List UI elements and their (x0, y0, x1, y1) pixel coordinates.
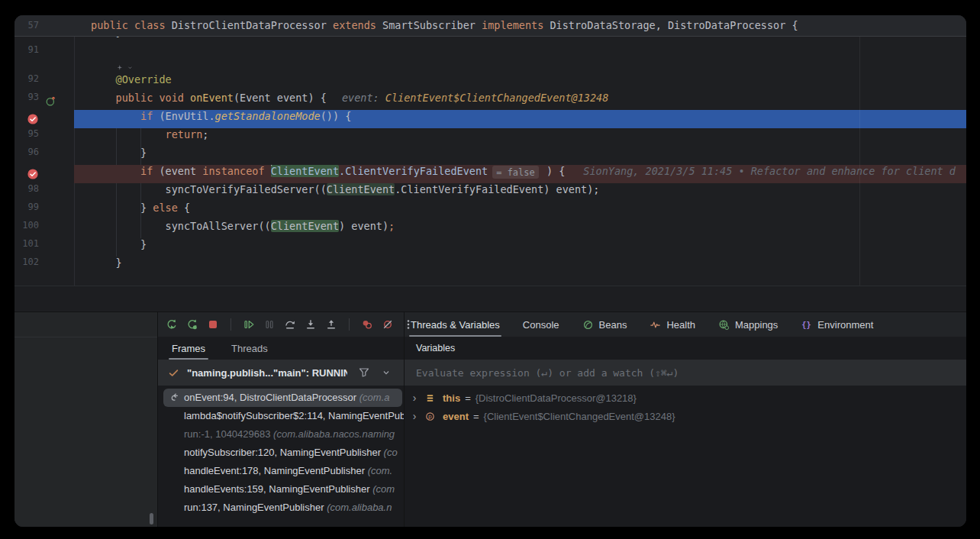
code-line-92[interactable]: 92@Override (15, 73, 966, 92)
line-number[interactable]: 95 (15, 128, 39, 139)
code-line-97[interactable]: if (event instanceof ClientEvent.ClientV… (15, 165, 966, 183)
tab-mappings[interactable]: Mappings (717, 312, 779, 337)
line-number[interactable]: 102 (15, 257, 39, 267)
code-line-98[interactable]: 98syncToVerifyFailedServer((ClientEvent.… (15, 183, 966, 202)
step-out-icon[interactable] (325, 318, 337, 331)
editor-bottom-gap (15, 286, 966, 312)
return-arrow-icon (169, 392, 181, 404)
overrides-method-icon[interactable] (45, 95, 57, 107)
view-breakpoints-icon[interactable] (361, 318, 373, 331)
code-token: } (116, 257, 122, 269)
code-lines[interactable]: 90}9192@Override93public void onEvent(Ev… (15, 26, 966, 275)
tab-label: Environment (817, 319, 873, 331)
tab-health[interactable]: Health (648, 312, 697, 337)
evaluate-expression-input[interactable]: Evaluate expression (↵) or add a watch (… (405, 360, 966, 386)
stack-frame-row[interactable]: handleEvents:159, NamingEventPublisher (… (158, 480, 404, 499)
ai-inlay-options-icon[interactable] (116, 63, 134, 73)
frame-package: (com. (368, 465, 393, 476)
code-token: (event (159, 165, 202, 177)
frame-package: (com (372, 483, 395, 495)
tab-threads-variables[interactable]: Threads & Variables (409, 312, 501, 337)
line-number[interactable]: 101 (15, 238, 39, 249)
sticky-header-line[interactable]: 57 public class DistroClientDataProcesso… (15, 15, 966, 37)
line-number[interactable]: 99 (15, 202, 39, 212)
code-token: { (178, 202, 190, 214)
code-text: } else { (15, 202, 966, 214)
code-line-96[interactable]: 96} (15, 147, 966, 165)
toolbar-separator (349, 318, 350, 331)
variable-name: this (443, 392, 460, 404)
variable-row[interactable]: ›this={DistroClientDataProcessor@13218} (405, 389, 966, 407)
line-number[interactable]: 92 (15, 73, 39, 84)
code-line-102[interactable]: 102} (15, 257, 966, 275)
stop-icon[interactable] (207, 318, 219, 331)
parameter-hint-label: event: (327, 92, 385, 104)
code-token: ClientEvent (271, 220, 339, 232)
variables-list: ›this={DistroClientDataProcessor@13218}›… (405, 389, 966, 425)
code-token: ; (202, 128, 208, 140)
breakpoint-icon[interactable] (27, 168, 39, 180)
toolbar-separator (230, 318, 231, 331)
stack-frame-row[interactable]: run:137, NamingEventPublisher (com.aliba… (158, 499, 404, 517)
step-into-icon[interactable] (305, 318, 317, 331)
code-line-91[interactable]: 91 (15, 44, 966, 63)
code-text: public void onEvent(Event event) {event:… (15, 92, 966, 104)
code-token: extends (333, 19, 382, 31)
code-line-94[interactable]: if (EnvUtil.getStandaloneMode()) { (15, 110, 966, 128)
inline-hint-chip: = false (492, 166, 539, 179)
scrollbar-thumb[interactable] (150, 513, 153, 524)
thread-selector[interactable]: "naming.publish..."main": RUNNING (158, 360, 404, 386)
code-inlay-row (15, 63, 966, 73)
line-number[interactable]: 93 (15, 92, 39, 102)
variable-value: {DistroClientDataProcessor@13218} (475, 392, 637, 404)
expand-chevron-icon[interactable]: › (405, 392, 424, 404)
stack-frame-row[interactable]: notifySubscriber:120, NamingEventPublish… (158, 444, 404, 462)
stack-frame-row[interactable]: lambda$notifySubscriber$2:114, NamingEve… (158, 407, 404, 425)
line-number[interactable]: 91 (15, 44, 39, 55)
mappings-icon (718, 319, 730, 331)
step-over-icon[interactable] (284, 318, 296, 331)
expand-chevron-icon[interactable]: › (405, 410, 424, 422)
code-text: return; (15, 128, 966, 140)
tab-console[interactable]: Console (521, 312, 561, 337)
code-token: .ClientVerifyFailedEvent (339, 165, 488, 177)
chevron-down-icon[interactable] (381, 367, 392, 378)
code-text: } (15, 257, 966, 269)
code-line-95[interactable]: 95return; (15, 128, 966, 147)
variable-name: event (443, 411, 469, 422)
code-editor[interactable]: 90}9192@Override93public void onEvent(Ev… (15, 15, 966, 286)
code-line-101[interactable]: 101} (15, 238, 966, 257)
beans-icon (582, 319, 594, 331)
stack-frame-row[interactable]: run:-1, 1040429683 (com.alibaba.nacos.na… (158, 425, 404, 444)
breakpoint-icon[interactable] (27, 113, 39, 125)
line-number[interactable]: 100 (15, 220, 39, 231)
tab-label: Beans (599, 319, 627, 331)
line-number[interactable]: 98 (15, 183, 39, 194)
tab-threads[interactable]: Threads (228, 337, 271, 360)
code-token: (Event event) { (234, 92, 327, 104)
code-line-99[interactable]: 99} else { (15, 202, 966, 220)
desktop-background: 90}9192@Override93public void onEvent(Ev… (0, 0, 980, 539)
tab-environment[interactable]: {}Environment (799, 312, 875, 337)
frame-package: (com.a (359, 392, 390, 403)
rerun-debug-icon[interactable] (186, 318, 198, 331)
code-line-100[interactable]: 100syncToAllServer((ClientEvent) event); (15, 220, 966, 238)
tab-beans[interactable]: Beans (581, 312, 629, 337)
stack-frame-row[interactable]: onEvent:94, DistroClientDataProcessor (c… (163, 389, 402, 407)
tab-label: Frames (172, 343, 205, 354)
sticky-line-number: 57 (15, 15, 39, 36)
code-line-93[interactable]: 93public void onEvent(Event event) {even… (15, 92, 966, 110)
code-token: else (153, 202, 178, 214)
stack-frame-row[interactable]: handleEvent:178, NamingEventPublisher (c… (158, 462, 404, 480)
mute-breakpoints-icon[interactable] (382, 318, 394, 331)
pause-icon[interactable] (263, 318, 276, 331)
frames-threads-tabs: FramesThreads (158, 337, 404, 360)
variable-row[interactable]: ›pevent={ClientEvent$ClientChangedEvent@… (405, 407, 966, 425)
tab-label: Threads & Variables (411, 319, 500, 331)
tab-frames[interactable]: Frames (169, 337, 208, 360)
rerun-icon[interactable] (166, 318, 178, 331)
line-number[interactable]: 96 (15, 147, 39, 157)
resume-icon[interactable] (243, 318, 255, 331)
code-token: ()) { (321, 110, 352, 122)
filter-icon[interactable] (358, 366, 370, 379)
